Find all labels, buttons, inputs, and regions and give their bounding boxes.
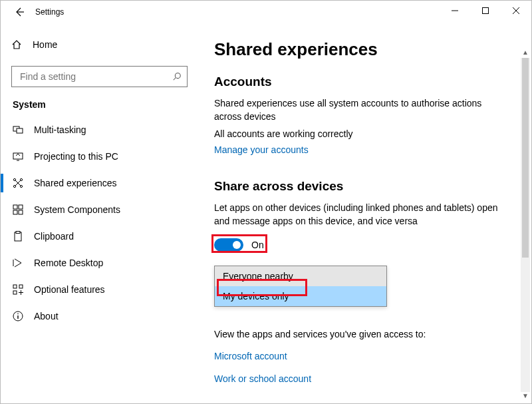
nav-list: Multi-tasking Projecting to this PC Shar… bbox=[11, 116, 188, 329]
nav-multi-tasking[interactable]: Multi-tasking bbox=[11, 116, 188, 143]
option-label: My devices only bbox=[223, 291, 289, 302]
close-button[interactable] bbox=[501, 1, 531, 21]
nav-about[interactable]: About bbox=[11, 303, 188, 329]
content-scrollbar[interactable]: ▲ ▼ bbox=[521, 49, 530, 401]
svg-rect-12 bbox=[19, 210, 23, 214]
svg-rect-17 bbox=[13, 291, 17, 294]
svg-rect-15 bbox=[13, 285, 17, 288]
dropdown-option-mydevices[interactable]: My devices only bbox=[215, 286, 386, 306]
home-icon bbox=[11, 39, 33, 50]
nav-label: Optional features bbox=[34, 284, 105, 295]
svg-point-7 bbox=[13, 185, 15, 187]
scroll-up-icon[interactable]: ▲ bbox=[522, 49, 529, 58]
sidebar: Home System Multi-tasking bbox=[1, 23, 198, 403]
svg-point-8 bbox=[20, 185, 22, 187]
microsoft-account-link[interactable]: Microsoft account bbox=[214, 351, 499, 361]
nav-optional-features[interactable]: Optional features bbox=[11, 276, 188, 303]
titlebar: Settings bbox=[1, 1, 531, 23]
scroll-down-icon[interactable]: ▼ bbox=[522, 392, 529, 401]
maximize-button[interactable] bbox=[470, 1, 501, 21]
nav-clipboard[interactable]: Clipboard bbox=[11, 223, 188, 250]
nav-shared-experiences[interactable]: Shared experiences bbox=[11, 170, 188, 196]
multitasking-icon bbox=[13, 124, 34, 135]
minimize-button[interactable] bbox=[440, 1, 470, 21]
settings-window: Settings Home bbox=[0, 0, 532, 404]
svg-rect-11 bbox=[13, 210, 17, 214]
scroll-thumb[interactable] bbox=[522, 58, 529, 258]
dropdown-option-everyone[interactable]: Everyone nearby bbox=[215, 266, 386, 286]
search-icon bbox=[172, 72, 182, 81]
nav-label: About bbox=[34, 311, 59, 321]
share-heading: Share across devices bbox=[214, 179, 499, 194]
accounts-heading: Accounts bbox=[214, 75, 499, 89]
sidebar-home[interactable]: Home bbox=[11, 33, 188, 57]
about-icon bbox=[13, 311, 34, 321]
svg-rect-9 bbox=[13, 205, 17, 209]
category-heading: System bbox=[11, 99, 188, 110]
nav-label: Projecting to this PC bbox=[34, 151, 118, 162]
remote-icon bbox=[13, 258, 34, 268]
nav-label: Multi-tasking bbox=[34, 124, 86, 135]
manage-accounts-link[interactable]: Manage your accounts bbox=[214, 144, 499, 155]
home-label: Home bbox=[33, 39, 57, 50]
svg-point-5 bbox=[13, 178, 15, 180]
work-school-link[interactable]: Work or school account bbox=[214, 373, 499, 384]
back-button[interactable] bbox=[11, 4, 27, 20]
content-area: Shared experiences Accounts Shared exper… bbox=[198, 23, 531, 403]
toggle-label: On bbox=[251, 240, 264, 250]
window-title: Settings bbox=[35, 7, 64, 17]
optional-icon bbox=[13, 284, 34, 295]
svg-rect-3 bbox=[17, 128, 23, 133]
nav-remote-desktop[interactable]: Remote Desktop bbox=[11, 250, 188, 276]
view-access-desc: View the apps and services you've given … bbox=[214, 328, 499, 341]
svg-rect-16 bbox=[19, 285, 23, 288]
svg-point-19 bbox=[17, 313, 19, 315]
svg-point-1 bbox=[175, 73, 180, 79]
svg-rect-0 bbox=[483, 8, 489, 14]
nav-projecting[interactable]: Projecting to this PC bbox=[11, 143, 188, 170]
svg-point-6 bbox=[20, 178, 22, 180]
share-dropdown[interactable]: Everyone nearby My devices only bbox=[214, 266, 387, 307]
nav-label: Remote Desktop bbox=[34, 258, 103, 268]
accounts-desc: Shared experiences use all system accoun… bbox=[214, 97, 499, 123]
nav-label: Clipboard bbox=[34, 231, 74, 242]
page-title: Shared experiences bbox=[214, 39, 499, 60]
components-icon bbox=[13, 204, 34, 215]
share-toggle[interactable] bbox=[214, 238, 243, 252]
option-label: Everyone nearby bbox=[223, 271, 293, 282]
projecting-icon bbox=[13, 151, 34, 162]
clipboard-icon bbox=[13, 231, 34, 242]
nav-label: Shared experiences bbox=[34, 178, 117, 188]
accounts-status: All accounts are working correctly bbox=[214, 128, 499, 139]
shared-icon bbox=[13, 178, 34, 188]
nav-system-components[interactable]: System Components bbox=[11, 196, 188, 223]
scroll-track[interactable] bbox=[521, 58, 530, 392]
svg-rect-14 bbox=[16, 232, 20, 234]
search-box[interactable] bbox=[11, 66, 188, 87]
svg-rect-10 bbox=[19, 205, 23, 209]
search-input[interactable] bbox=[19, 71, 166, 83]
nav-label: System Components bbox=[34, 204, 120, 215]
share-desc: Let apps on other devices (including lin… bbox=[214, 202, 499, 228]
